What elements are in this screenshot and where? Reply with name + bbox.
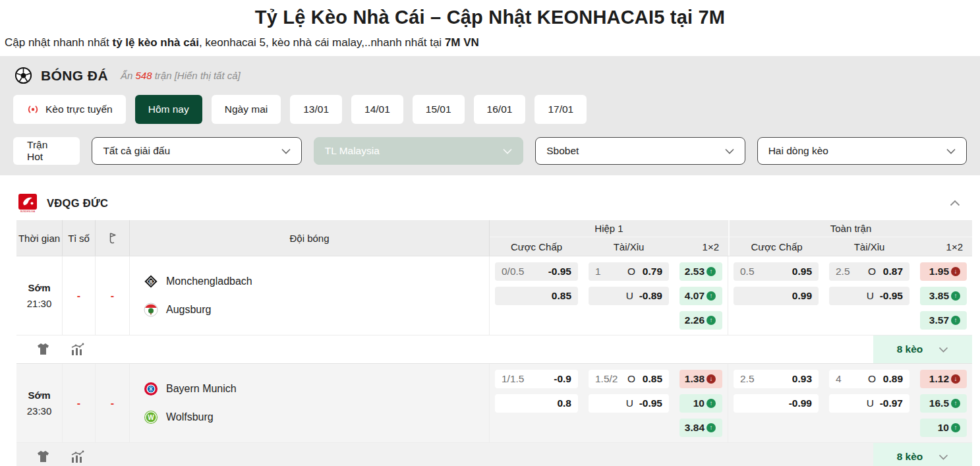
fulltime-handicap-column: 2.50.93 -0.99 xyxy=(728,364,824,442)
overunder-odds-cell[interactable]: 4O0.89 xyxy=(829,370,909,388)
more-odds-toggle[interactable]: 8 kèo xyxy=(873,335,972,363)
league-card: BUNDESLIGA VĐQG ĐỨC Thời gian Tỉ số Đội … xyxy=(16,186,972,466)
monchengladbach-logo-icon: B xyxy=(144,274,158,289)
soccer-ball-icon xyxy=(14,67,32,84)
half1-overunder-column: 1.5/2O0.85 U-0.95 xyxy=(583,364,674,442)
chevron-down-icon xyxy=(725,148,734,154)
match-row-monchengladbach-augsburg: Sớm 21:30 - - B Monchengladbach Augsburg… xyxy=(16,256,972,335)
trend-up-icon: ↑ xyxy=(706,267,716,276)
tab-live-odds[interactable]: Kèo trực tuyến xyxy=(13,95,126,124)
overunder-odds-cell[interactable]: 1O0.79 xyxy=(589,262,669,281)
tab-today[interactable]: Hôm nay xyxy=(135,95,202,124)
teams-cell: B Monchengladbach Augsburg xyxy=(130,256,490,335)
match-footer: 8 kèo xyxy=(16,335,972,363)
chevron-down-icon xyxy=(281,148,291,154)
group-header-half1: Hiệp 1 xyxy=(490,220,728,237)
live-icon xyxy=(26,104,40,115)
bundesliga-logo-icon: BUNDESLIGA xyxy=(18,193,38,213)
1x2-odds-cell[interactable]: 2.26↑ xyxy=(679,311,722,330)
1x2-odds-cell[interactable]: 16.5↑ xyxy=(920,394,967,413)
handicap-odds-cell[interactable]: 0.8 xyxy=(495,394,578,413)
1x2-odds-cell[interactable]: 4.07↑ xyxy=(679,287,722,305)
1x2-odds-cell[interactable]: 1.95↓ xyxy=(920,262,967,281)
trend-up-icon: ↑ xyxy=(706,423,716,432)
bookmaker-dropdown[interactable]: Sbobet xyxy=(535,137,745,165)
trend-up-icon: ↑ xyxy=(951,316,960,325)
odds-chart-icon[interactable] xyxy=(70,450,85,463)
handicap-odds-cell[interactable]: -0.99 xyxy=(734,394,819,413)
1x2-odds-cell[interactable]: 10↑ xyxy=(920,419,967,437)
fulltime-overunder-column: 4O0.89 U-0.97 xyxy=(824,364,915,442)
corner-flag-icon xyxy=(96,220,130,256)
half1-handicap-column: 1/1.5-0.9 0.8 xyxy=(490,364,583,442)
overunder-odds-cell[interactable]: 2.5O0.87 xyxy=(829,262,909,281)
tab-date-15-01[interactable]: 15/01 xyxy=(413,95,465,124)
1x2-odds-cell[interactable]: 10↑ xyxy=(679,394,722,413)
league-filter-dropdown[interactable]: Tất cả giải đấu xyxy=(92,137,301,165)
sport-header: BÓNG ĐÁ Ẩn 548 trận [Hiển thị tất cả] xyxy=(0,65,980,87)
filter-row: Trận Hot Tất cả giải đấu TL Malaysia Sbo… xyxy=(0,124,980,165)
match-score-cell: - xyxy=(63,364,96,442)
chevron-down-icon xyxy=(938,347,948,353)
trend-up-icon: ↑ xyxy=(951,423,960,432)
overunder-odds-cell[interactable]: 1.5/2O0.85 xyxy=(589,370,669,388)
1x2-odds-cell[interactable]: 3.84↑ xyxy=(679,419,722,437)
odds-count-label: 8 kèo xyxy=(897,343,923,355)
tab-date-14-01[interactable]: 14/01 xyxy=(351,95,403,124)
tab-date-17-01[interactable]: 17/01 xyxy=(534,95,587,124)
sub-header-1x2: 1×2 xyxy=(674,237,728,256)
hidden-matches-note[interactable]: Ẩn 548 trận [Hiển thị tất cả] xyxy=(121,70,241,81)
wolfsburg-logo-icon: W xyxy=(144,410,158,424)
tab-date-16-01[interactable]: 16/01 xyxy=(474,95,526,124)
handicap-odds-cell[interactable]: 0.85 xyxy=(495,287,578,305)
overunder-odds-cell[interactable]: U-0.95 xyxy=(829,287,909,305)
handicap-odds-cell[interactable]: 0.99 xyxy=(734,287,819,305)
tab-date-13-01[interactable]: 13/01 xyxy=(290,95,342,124)
overunder-odds-cell[interactable]: U-0.95 xyxy=(589,394,669,413)
handicap-odds-cell[interactable]: 0/0.5-0.95 xyxy=(495,262,578,281)
match-flag-cell: - xyxy=(96,364,130,442)
chevron-up-icon[interactable] xyxy=(950,200,960,206)
tab-tomorrow[interactable]: Ngày mai xyxy=(212,95,281,124)
odds-format-dropdown[interactable]: TL Malaysia xyxy=(314,137,523,165)
half1-handicap-column: 0/0.5-0.95 0.85 xyxy=(490,256,583,335)
handicap-odds-cell[interactable]: 2.50.93 xyxy=(734,370,819,388)
handicap-odds-cell[interactable]: 1/1.5-0.9 xyxy=(495,370,578,388)
more-odds-toggle[interactable]: 8 kèo xyxy=(873,443,972,466)
date-tabs: Kèo trực tuyến Hôm nay Ngày mai 13/01 14… xyxy=(0,87,980,124)
hot-matches-button[interactable]: Trận Hot xyxy=(13,137,80,165)
odds-count-label: 8 kèo xyxy=(897,451,923,463)
trend-up-icon: ↑ xyxy=(706,316,716,325)
home-team-name: Monchengladbach xyxy=(166,276,252,287)
handicap-odds-cell[interactable]: 0.50.95 xyxy=(734,262,819,281)
chevron-down-icon xyxy=(503,148,512,154)
1x2-odds-cell[interactable]: 1.38↓ xyxy=(679,370,722,388)
jersey-icon[interactable] xyxy=(36,450,50,463)
league-name: VĐQG ĐỨC xyxy=(47,197,108,210)
jersey-icon[interactable] xyxy=(36,343,50,356)
1x2-odds-cell[interactable]: 2.53↑ xyxy=(679,262,722,281)
1x2-odds-cell[interactable]: 1.12↓ xyxy=(920,370,967,388)
col-header-score: Tỉ số xyxy=(63,220,96,256)
home-team[interactable]: B Monchengladbach xyxy=(144,274,489,289)
1x2-odds-cell[interactable]: 3.57↑ xyxy=(920,311,967,330)
match-footer: 8 kèo xyxy=(16,442,972,466)
sub-header-overunder: Tài/Xỉu xyxy=(824,237,915,256)
fulltime-1x2-column: 1.95↓ 3.85↑ 3.57↑ xyxy=(915,256,972,335)
odds-chart-icon[interactable] xyxy=(70,343,85,356)
match-score-cell: - xyxy=(63,256,96,335)
away-team[interactable]: Augsburg xyxy=(144,303,489,317)
1x2-odds-cell[interactable]: 3.85↑ xyxy=(920,287,967,305)
filter-panel: BÓNG ĐÁ Ẩn 548 trận [Hiển thị tất cả] Kè… xyxy=(0,56,980,175)
home-team[interactable]: Bayern Munich xyxy=(144,382,489,396)
match-time-label: Sớm xyxy=(28,390,50,401)
trend-down-icon: ↓ xyxy=(706,374,716,384)
sub-header-handicap: Cược Chấp xyxy=(490,237,583,256)
overunder-odds-cell[interactable]: U-0.89 xyxy=(589,287,669,305)
augsburg-logo-icon xyxy=(144,303,158,317)
overunder-odds-cell[interactable]: U-0.97 xyxy=(829,394,909,413)
half1-1x2-column: 2.53↑ 4.07↑ 2.26↑ xyxy=(674,256,728,335)
col-header-time: Thời gian xyxy=(16,220,63,256)
away-team[interactable]: W Wolfsburg xyxy=(144,410,489,424)
odds-lines-dropdown[interactable]: Hai dòng kèo xyxy=(757,137,967,165)
